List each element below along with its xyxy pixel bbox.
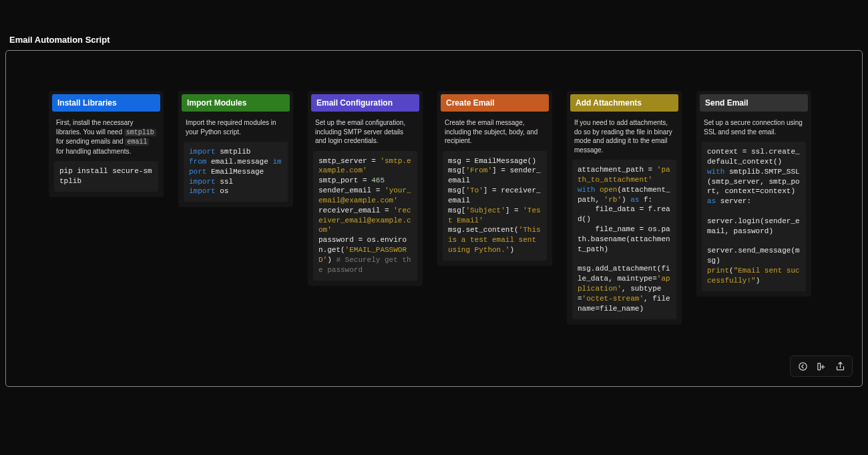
code-kw: from (189, 158, 206, 166)
code-text: smtp_port = (318, 176, 371, 184)
back-button[interactable] (796, 359, 809, 373)
share-icon (835, 361, 845, 371)
cards-row: Install Libraries First, install the nec… (6, 91, 862, 325)
code-text: ] = (505, 206, 523, 214)
code-text: server.login(sender_email, password) (707, 217, 800, 235)
card-desc: Set up a secure connection using SSL and… (700, 112, 808, 142)
add-column-icon (817, 361, 827, 371)
code-text: email.message (206, 158, 272, 166)
code-kw: with (578, 186, 595, 194)
code-text: f: (639, 196, 652, 204)
share-button[interactable] (833, 359, 847, 373)
code-text: context = ssl.create_default_context() (707, 148, 800, 166)
code-str: 'rb' (604, 196, 622, 204)
code-text: os (216, 187, 229, 195)
card-desc: First, install the necessary libraries. … (52, 112, 160, 161)
code-text: ) (327, 256, 336, 264)
code-str: 'Subject' (465, 206, 505, 214)
card-header: Email Configuration (311, 94, 419, 112)
card-header: Add Attachments (570, 94, 678, 112)
code-text: file_data = f.read() (578, 205, 670, 223)
code-block: import smtplib from email.message import… (184, 142, 288, 202)
code-text: server.send_message(msg) (707, 247, 800, 265)
code-text: msg[ (448, 186, 465, 194)
code-text: smtplib (216, 148, 251, 156)
code-str: 'To' (465, 186, 483, 194)
code-text: msg[ (448, 206, 465, 214)
card-email-configuration: Email Configuration Set up the email con… (308, 91, 423, 286)
svg-rect-1 (817, 363, 820, 369)
code-str: 'From' (465, 166, 492, 174)
code-kw: import (189, 148, 216, 156)
code-text: receiver_email = (318, 206, 393, 214)
code-fn: print (707, 267, 729, 275)
inline-code: email (125, 138, 149, 146)
card-desc: Set up the email configuration, includin… (311, 112, 419, 151)
code-text: msg.add_attachment(file_data, maintype= (578, 265, 670, 283)
desc-text: First, install the necessary libraries. … (56, 119, 134, 136)
code-text: ssl (216, 178, 233, 186)
code-kw: import (189, 187, 216, 195)
card-header: Import Modules (182, 94, 290, 112)
card-desc: If you need to add attachments, do so by… (570, 112, 678, 160)
code-text: msg.set_content( (448, 226, 519, 234)
code-text: msg = EmailMessage() (448, 157, 536, 165)
add-step-button[interactable] (815, 359, 828, 373)
content-canvas: Install Libraries First, install the nec… (5, 50, 863, 387)
page-title: Email Automation Script (0, 32, 868, 47)
code-str: 'octet-stream' (582, 295, 644, 303)
card-add-attachments: Add Attachments If you need to add attac… (567, 91, 682, 325)
card-header: Create Email (441, 94, 549, 112)
card-desc: Create the email message, including the … (441, 112, 549, 151)
chevron-left-circle-icon (798, 361, 808, 371)
code-text: ) (509, 246, 514, 254)
code-block: attachment_path = 'path_to_attachment' w… (572, 160, 676, 319)
desc-text: for sending emails and (56, 138, 125, 145)
code-num: 465 (371, 176, 385, 184)
code-kw: import (189, 178, 216, 186)
card-create-email: Create Email Create the email message, i… (437, 91, 552, 266)
code-text: ( (729, 267, 734, 275)
code-block: msg = EmailMessage() msg['From'] = sende… (443, 151, 547, 261)
code-text: EmailMessage (206, 168, 264, 176)
svg-point-0 (799, 362, 806, 369)
code-block: pip install secure-smtplib (54, 161, 158, 192)
card-header: Install Libraries (52, 94, 160, 112)
code-text: file_name = os.path.basename(attachment_… (578, 225, 670, 253)
code-block: smtp_server = 'smtp.example.com' smtp_po… (313, 151, 417, 281)
canvas-toolbar (790, 355, 853, 377)
code-text: msg[ (448, 166, 465, 174)
code-text: ) (622, 196, 630, 204)
card-import-modules: Import Modules Import the required modul… (178, 91, 293, 207)
card-header: Send Email (700, 94, 808, 112)
code-kw: as (630, 196, 639, 204)
code-text: sender_email = (318, 186, 385, 194)
code-text: smtp_server = (318, 157, 380, 165)
inline-code: smtplib (124, 129, 156, 136)
card-send-email: Send Email Set up a secure connection us… (696, 91, 811, 297)
code-text: ) (756, 277, 761, 285)
code-kw: with (707, 168, 724, 176)
card-desc: Import the required modules in your Pyth… (182, 112, 290, 142)
code-block: context = ssl.create_default_context() w… (702, 142, 806, 291)
code-line: pip install secure-smtplib (59, 167, 152, 185)
code-kw: as (707, 197, 716, 205)
code-fn: open (600, 186, 617, 194)
code-text: attachment_path = (578, 166, 657, 174)
card-install-libraries: Install Libraries First, install the nec… (49, 91, 164, 197)
code-text: server: (716, 197, 751, 205)
desc-text: for handling attachments. (56, 148, 131, 155)
